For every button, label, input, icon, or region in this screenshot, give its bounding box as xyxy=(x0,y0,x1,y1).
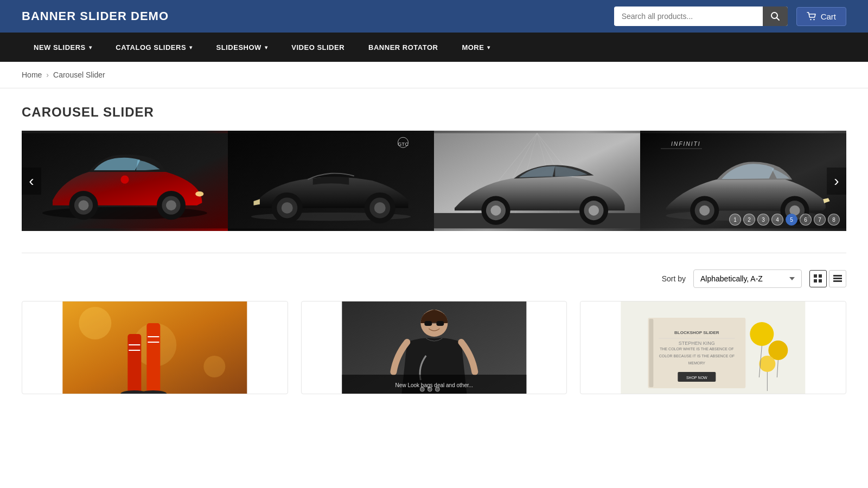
svg-point-12 xyxy=(195,191,203,197)
svg-point-38 xyxy=(589,206,599,216)
svg-point-22 xyxy=(374,202,386,214)
nav-item-banner-rotator[interactable]: BANNER ROTATOR xyxy=(356,33,450,62)
svg-point-19 xyxy=(282,202,293,214)
nav-item-video-slider[interactable]: VIDEO SLIDER xyxy=(279,33,356,62)
svg-rect-53 xyxy=(833,275,842,277)
svg-rect-61 xyxy=(146,323,160,394)
carousel-slide-2: GTC xyxy=(228,131,434,231)
svg-text:THE COLOR WHITE IS THE ABSENCE: THE COLOR WHITE IS THE ABSENCE OF xyxy=(660,347,733,351)
carousel-prev-button[interactable]: ‹ xyxy=(22,168,41,195)
dot-6[interactable]: 6 xyxy=(800,214,812,226)
svg-point-77 xyxy=(435,387,439,391)
svg-rect-54 xyxy=(833,278,842,279)
grid-view-button[interactable] xyxy=(809,270,827,287)
nav-label-slideshow: SLIDESHOW xyxy=(216,43,261,52)
search-input[interactable] xyxy=(614,8,763,25)
dot-5[interactable]: 5 xyxy=(786,214,797,226)
chevron-down-icon: ▾ xyxy=(487,44,490,50)
product-card-blockshop[interactable]: BLOCKSHOP SLIDER THE COLOR WHITE IS THE … xyxy=(580,301,846,394)
nav-label-video-slider: VIDEO SLIDER xyxy=(291,43,344,52)
main-content: CAROUSEL SLIDER ‹ xyxy=(0,88,868,410)
svg-point-2 xyxy=(810,19,811,20)
svg-point-35 xyxy=(491,206,501,216)
svg-point-75 xyxy=(420,387,424,391)
svg-text:BLOCKSHOP SLIDER: BLOCKSHOP SLIDER xyxy=(674,330,719,335)
main-nav: NEW SLIDERS ▾ CATALOG SLIDERS ▾ SLIDESHO… xyxy=(0,33,868,62)
svg-point-11 xyxy=(166,200,176,210)
svg-rect-70 xyxy=(424,321,432,326)
car-illustration-2: GTC xyxy=(228,131,434,231)
nav-label-more: MORE xyxy=(462,43,484,52)
car-illustration-1: GTC xyxy=(22,131,228,231)
nav-label-banner-rotator: BANNER ROTATOR xyxy=(368,43,438,52)
search-bar xyxy=(614,7,788,26)
search-button[interactable] xyxy=(763,7,788,26)
carousel-title: CAROUSEL SLIDER xyxy=(22,105,846,120)
product-image-shoes xyxy=(22,301,288,394)
breadcrumb-home[interactable]: Home xyxy=(22,70,42,79)
search-icon xyxy=(770,11,780,21)
sort-select[interactable]: Alphabetically, A-Z Alphabetically, Z-A … xyxy=(693,269,802,288)
dot-1[interactable]: 1 xyxy=(729,214,741,226)
chevron-down-icon: ▾ xyxy=(89,44,92,50)
svg-point-76 xyxy=(427,387,432,391)
svg-rect-49 xyxy=(814,274,817,278)
carousel-next-button[interactable]: › xyxy=(827,168,846,195)
carousel-slide-4: INFINITI 1 2 3 4 5 6 7 8 xyxy=(640,131,846,231)
breadcrumb-current: Carousel Slider xyxy=(53,70,105,79)
list-icon xyxy=(833,274,842,283)
svg-text:INFINITI: INFINITI xyxy=(671,141,701,147)
svg-rect-50 xyxy=(819,274,822,278)
svg-point-79 xyxy=(750,322,774,346)
blockshop-illustration: BLOCKSHOP SLIDER THE COLOR WHITE IS THE … xyxy=(580,301,846,394)
view-toggle xyxy=(809,270,846,287)
dot-2[interactable]: 2 xyxy=(743,214,755,226)
nav-item-slideshow[interactable]: SLIDESHOW ▾ xyxy=(205,33,280,62)
list-view-button[interactable] xyxy=(829,270,846,287)
dot-4[interactable]: 4 xyxy=(771,214,783,226)
cart-icon xyxy=(807,12,816,21)
sort-bar: Sort by Alphabetically, A-Z Alphabetical… xyxy=(22,269,846,288)
svg-line-1 xyxy=(776,18,779,21)
svg-rect-86 xyxy=(649,319,654,387)
svg-point-58 xyxy=(203,356,225,377)
svg-point-57 xyxy=(79,307,111,339)
svg-rect-52 xyxy=(819,279,822,282)
svg-rect-32 xyxy=(434,213,640,229)
nav-item-new-sliders[interactable]: NEW SLIDERS ▾ xyxy=(22,33,104,62)
svg-rect-60 xyxy=(127,334,141,394)
header-right: Cart xyxy=(614,7,846,26)
car-illustration-3 xyxy=(434,131,640,231)
dot-3[interactable]: 3 xyxy=(757,214,769,226)
carousel-track: GTC xyxy=(22,131,846,231)
site-title: BANNER SLIDER DEMO xyxy=(22,9,169,23)
grid-icon xyxy=(814,274,822,283)
shoes-illustration xyxy=(22,301,288,394)
svg-rect-71 xyxy=(436,321,444,326)
carousel-dots: 1 2 3 4 5 6 7 8 xyxy=(729,214,840,226)
nav-item-catalog-sliders[interactable]: CATALOG SLIDERS ▾ xyxy=(104,33,204,62)
sort-label: Sort by xyxy=(662,274,686,283)
chevron-down-icon: ▾ xyxy=(265,44,268,50)
svg-text:COLOR BECAUSE IT IS THE ABSENC: COLOR BECAUSE IT IS THE ABSENCE OF xyxy=(659,354,735,358)
dot-7[interactable]: 7 xyxy=(814,214,826,226)
carousel: ‹ xyxy=(22,131,846,231)
carousel-slide-1: GTC xyxy=(22,131,228,231)
breadcrumb: Home › Carousel Slider xyxy=(0,62,868,88)
svg-rect-55 xyxy=(833,280,842,282)
chevron-right-icon: › xyxy=(834,174,839,189)
chevron-down-icon: ▾ xyxy=(189,44,193,50)
svg-point-81 xyxy=(760,356,776,372)
cart-label: Cart xyxy=(821,12,836,21)
product-image-fashion: New Look bags deal and other... xyxy=(302,301,567,394)
carousel-slide-3 xyxy=(434,131,640,231)
nav-item-more[interactable]: MORE ▾ xyxy=(450,33,502,62)
product-card-fashion[interactable]: New Look bags deal and other... xyxy=(301,301,567,394)
product-card-shoes[interactable] xyxy=(22,301,288,394)
svg-text:MEMORY: MEMORY xyxy=(688,361,706,365)
dot-8[interactable]: 8 xyxy=(828,214,840,226)
site-header: BANNER SLIDER DEMO Cart xyxy=(0,0,868,33)
product-image-blockshop: BLOCKSHOP SLIDER THE COLOR WHITE IS THE … xyxy=(580,301,846,394)
cart-button[interactable]: Cart xyxy=(796,7,846,26)
svg-rect-51 xyxy=(814,279,817,282)
